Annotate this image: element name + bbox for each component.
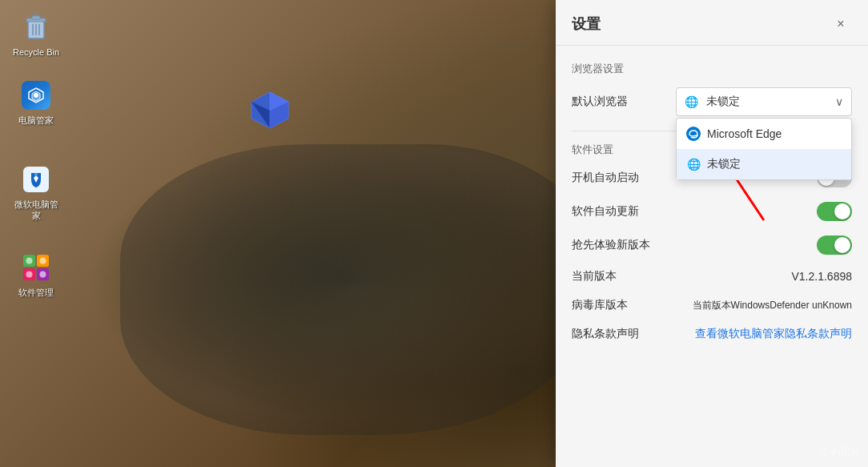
desktop: Recycle Bin 电脑管家 微软电脑管家 (0, 0, 868, 467)
svg-point-8 (34, 173, 38, 176)
software-manager-icon[interactable]: 软件管理 (8, 248, 64, 301)
version-row: 当前版本 V1.2.1.6898 (572, 269, 852, 284)
svg-point-16 (40, 272, 46, 278)
browser-section-title: 浏览器设置 (572, 62, 852, 76)
autoupdate-label: 软件自动更新 (572, 204, 639, 219)
autoupdate-toggle[interactable] (817, 202, 852, 221)
privacy-row: 隐私条款声明 查看微软电脑管家隐私条款声明 (572, 327, 852, 341)
browser-option-edge[interactable]: Microsoft Edge (677, 119, 851, 149)
svg-point-6 (34, 93, 38, 98)
software-manager-image (20, 252, 52, 284)
antivirus-label: 病毒库版本 (572, 298, 628, 312)
svg-point-13 (26, 258, 33, 264)
pc-manager-label: 电脑管家 (18, 115, 54, 126)
svg-point-15 (26, 272, 33, 278)
beta-toggle-knob (834, 237, 850, 253)
tencent-manager-image (20, 163, 52, 195)
unlocked-option-label: 未锁定 (707, 157, 741, 171)
svg-point-14 (40, 258, 46, 264)
default-browser-label: 默认浏览器 (572, 95, 628, 109)
browser-dropdown-value: 未锁定 (706, 95, 740, 109)
tencent-manager-label: 微软电脑管家 (11, 199, 61, 222)
edge-icon (686, 127, 701, 141)
chevron-down-icon: ∨ (835, 95, 843, 108)
svg-rect-2 (32, 16, 40, 19)
browser-dropdown-menu: Microsoft Edge 🌐 未锁定 (676, 118, 852, 180)
autoupdate-toggle-knob (834, 203, 850, 219)
software-manager-label: 软件管理 (18, 287, 54, 298)
autostart-label: 开机自动启动 (572, 171, 639, 185)
recycle-bin-icon[interactable]: Recycle Bin (8, 8, 64, 61)
antivirus-row: 病毒库版本 当前版本WindowsDefender unKnown (572, 298, 852, 312)
recycle-bin-image (20, 11, 52, 43)
settings-panel: 设置 × 浏览器设置 默认浏览器 🌐 未锁定 ∨ (556, 0, 868, 467)
settings-header: 设置 × (556, 0, 868, 46)
settings-content: 浏览器设置 默认浏览器 🌐 未锁定 ∨ (556, 46, 868, 467)
version-value: V1.2.1.6898 (791, 270, 852, 283)
pc-manager-image (20, 79, 52, 111)
version-label: 当前版本 (572, 269, 617, 284)
browser-dropdown-container: 🌐 未锁定 ∨ (676, 87, 852, 116)
privacy-label: 隐私条款声明 (572, 327, 639, 341)
beta-row: 抢先体验新版本 (572, 236, 852, 255)
cube-decoration (248, 88, 292, 135)
close-button[interactable]: × (830, 13, 852, 35)
watermark: 乙子/图片 (819, 445, 860, 459)
beta-label: 抢先体验新版本 (572, 238, 650, 252)
recycle-bin-label: Recycle Bin (13, 46, 59, 58)
edge-option-label: Microsoft Edge (707, 127, 782, 140)
svg-point-21 (686, 127, 701, 141)
browser-dropdown[interactable]: 🌐 未锁定 ∨ (676, 87, 852, 116)
privacy-link[interactable]: 查看微软电脑管家隐私条款声明 (695, 327, 852, 341)
autoupdate-row: 软件自动更新 (572, 202, 852, 221)
default-browser-row: 默认浏览器 🌐 未锁定 ∨ (572, 87, 852, 116)
browser-option-unlocked[interactable]: 🌐 未锁定 (677, 149, 851, 179)
unlocked-globe-icon: 🌐 (686, 157, 701, 171)
globe-icon: 🌐 (685, 95, 698, 108)
antivirus-value: 当前版本WindowsDefender unKnown (693, 299, 852, 312)
beta-toggle[interactable] (817, 236, 852, 255)
pc-manager-icon[interactable]: 电脑管家 (8, 76, 64, 129)
settings-title: 设置 (572, 14, 601, 34)
tencent-manager-icon[interactable]: 微软电脑管家 (8, 160, 64, 225)
